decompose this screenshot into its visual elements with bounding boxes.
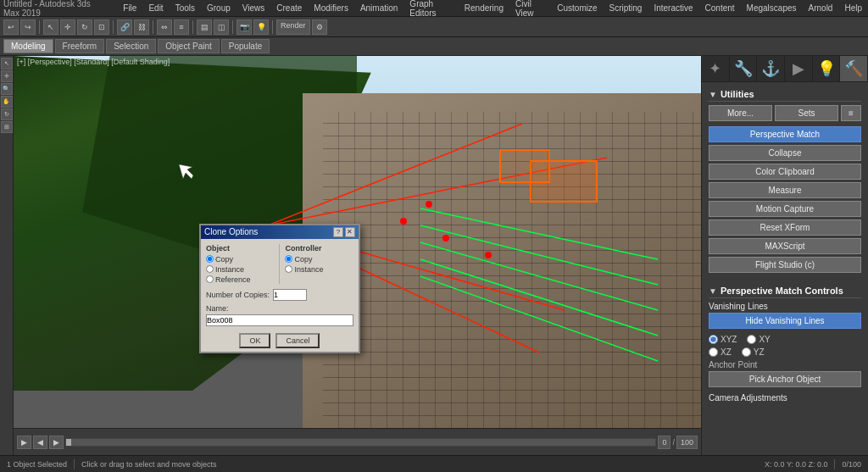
camera-icon[interactable]: 📷 [236,19,252,35]
reset-xform-btn[interactable]: Reset XForm [709,219,861,236]
menu-rendering[interactable]: Rendering [462,3,506,13]
radio-copy[interactable]: Copy [206,255,275,264]
menu-modifiers[interactable]: Modifiers [311,3,351,13]
menu-help[interactable]: Help [842,3,865,13]
radio-xy[interactable]: XY [747,335,770,344]
dialog-title: Clone Options [204,227,258,236]
flight-studio-btn[interactable]: Flight Studio (c) [709,257,861,273]
menu-scripting[interactable]: Scripting [607,3,645,13]
ctrl-radio-instance[interactable]: Instance [285,265,353,274]
align-icon[interactable]: ≡ [174,19,189,35]
total-frames[interactable]: 100 [676,436,698,449]
frame-separator: / [672,438,675,447]
anchor-point-label: Anchor Point [709,360,861,369]
hide-vanishing-lines-btn[interactable]: Hide Vanishing Lines [709,313,861,329]
tab-motion[interactable]: ▶ [785,56,813,81]
color-clipboard-btn[interactable]: Color Clipboard [709,164,861,180]
dialog-divider [279,244,280,284]
next-frame-btn[interactable]: ▶ [49,436,64,449]
menu-arnold[interactable]: Arnold [806,3,836,13]
perspective-match-btn[interactable]: Perspective Match [709,126,861,142]
tab-display[interactable]: 💡 [813,56,841,81]
mirror-icon[interactable]: ⇔ [157,19,172,35]
radio-yz[interactable]: YZ [742,347,765,357]
tab-populate[interactable]: Populate [221,39,270,53]
scale-icon[interactable]: ⊡ [94,19,109,35]
sets-btn[interactable]: Sets [775,105,838,121]
prev-frame-btn[interactable]: ◀ [33,436,47,449]
more-btn[interactable]: More... [709,105,772,121]
max-tool[interactable]: ⊞ [1,121,13,133]
ribbon-icon[interactable]: ◫ [214,19,229,35]
dialog-close-btn[interactable]: ✕ [345,227,355,237]
camera-adjustments-label: Camera Adjustments [709,393,861,403]
menu-customize[interactable]: Customize [554,3,599,13]
play-btn[interactable]: ▶ [17,436,31,449]
toolbar-sep-5 [232,20,233,34]
tab-object-paint[interactable]: Object Paint [158,39,219,53]
unlink-icon[interactable]: ⛓ [134,19,149,35]
collapse-btn[interactable]: Collapse [709,145,861,161]
maxscript-btn[interactable]: MAXScript [709,238,861,254]
copies-label: Number of Copies: [206,291,270,299]
menu-edit[interactable]: Edit [146,3,165,13]
pick-anchor-btn[interactable]: Pick Anchor Object [709,371,861,387]
light-icon[interactable]: 💡 [253,19,269,35]
timeline-thumb [66,439,71,446]
dialog-object-section: Object Copy Instance Reference [206,244,275,284]
radio-xz[interactable]: XZ [709,347,732,357]
menu-views[interactable]: Views [240,3,268,13]
layer-icon[interactable]: ▤ [197,19,212,35]
ok-button[interactable]: OK [239,333,270,348]
ctrl-radio-copy[interactable]: Copy [285,255,353,264]
menu-civil-view[interactable]: Civil View [513,0,548,18]
redo-icon[interactable]: ↪ [20,19,36,35]
zoom-tool[interactable]: 🔍 [1,83,13,95]
tab-selection[interactable]: Selection [106,39,156,53]
timeline-track[interactable] [65,438,656,447]
controller-radio-group: Copy Instance [285,255,353,274]
name-input[interactable] [206,314,353,326]
move-icon[interactable]: ✛ [60,19,75,35]
dialog-question-btn[interactable]: ? [333,227,343,237]
render-btn[interactable]: Render [276,19,310,35]
tab-modify[interactable]: 🔧 [730,56,758,81]
motion-capture-btn[interactable]: Motion Capture [709,201,861,217]
menu-content[interactable]: Content [703,3,737,13]
tab-create[interactable]: ✦ [702,56,730,81]
menu-group[interactable]: Group [204,3,233,13]
menu-file[interactable]: File [120,3,139,13]
menu-animation[interactable]: Animation [358,3,400,13]
undo-icon[interactable]: ↩ [3,19,19,35]
menu-interactive[interactable]: Interactive [651,3,695,13]
radio-instance[interactable]: Instance [206,265,275,274]
dialog-buttons: OK Cancel [201,330,359,352]
pan-tool[interactable]: ✋ [1,96,13,108]
menu-graph-editors[interactable]: Graph Editors [407,0,454,18]
select-tool[interactable]: ↖ [1,58,13,69]
menu-create[interactable]: Create [274,3,304,13]
measure-btn[interactable]: Measure [709,182,861,198]
move-tool[interactable]: ✛ [1,70,13,82]
render-settings-icon[interactable]: ⚙ [312,19,327,35]
radio-xyz[interactable]: XYZ [709,335,737,344]
tab-utilities[interactable]: 🔨 [840,56,868,81]
frame-input[interactable]: 0 [658,436,670,449]
viewport[interactable]: [+] [Perspective] [Standard] [Default Sh… [14,56,701,455]
dialog-body: Object Copy Instance Reference [201,239,359,289]
tab-modeling[interactable]: Modeling [3,39,53,53]
tab-freeform[interactable]: Freeform [55,39,105,53]
copies-input[interactable] [273,289,307,301]
tab-hierarchy[interactable]: ⚓ [757,56,785,81]
rotate-icon[interactable]: ↻ [77,19,92,35]
cancel-button[interactable]: Cancel [275,333,320,348]
status-sep-1 [74,459,75,469]
list-icon-btn[interactable]: ≡ [841,105,861,121]
selected-object-2 [499,149,550,183]
select-icon[interactable]: ↖ [43,19,58,35]
menu-megalscapes[interactable]: Megalscapes [744,3,799,13]
radio-reference[interactable]: Reference [206,275,275,284]
orbit-tool[interactable]: ↻ [1,108,13,120]
link-icon[interactable]: 🔗 [117,19,132,35]
menu-tools[interactable]: Tools [173,3,198,13]
